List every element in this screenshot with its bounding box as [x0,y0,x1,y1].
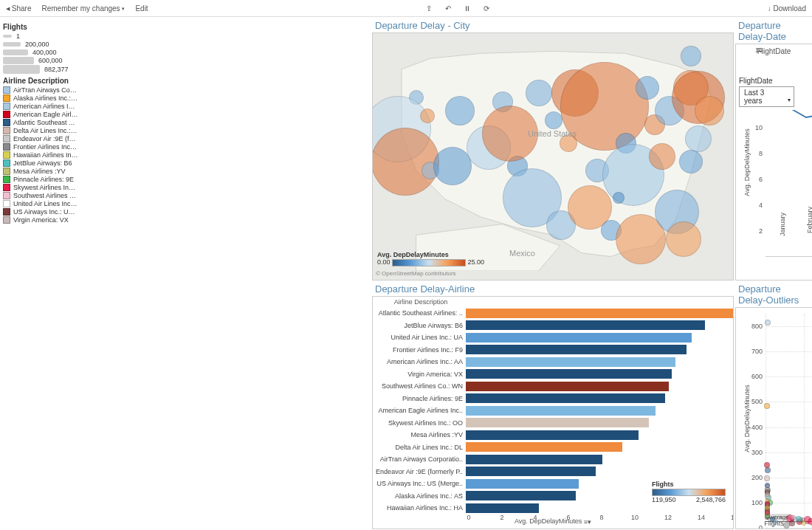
bar-row-label: US Airways Inc.: US (Merge.. [373,480,466,487]
legend-label: American Airlines Inc.: A.. [13,103,78,110]
scatter-dot[interactable] [764,475,770,481]
bar-rect [466,442,622,452]
airline-legend-item[interactable]: Pinnacle Airlines: 9E [3,176,369,183]
bar-row[interactable]: Atlantic Southeast Airlines: .. [373,307,734,319]
line-body[interactable]: FlightDate Avg. DepDelayMinutes 24681012… [735,44,812,281]
scatter-dot[interactable] [791,515,795,520]
size-legend-row: 400,000 [3,49,369,56]
map-bubble[interactable] [679,150,703,173]
map-bubble[interactable] [681,46,701,66]
scatter-y-tick: 0 [745,524,763,529]
legend-swatch [3,168,10,175]
bar-rect [466,503,539,513]
legend-label: Alaska Airlines Inc.: AS [13,94,78,102]
airline-legend-item[interactable]: American Airlines Inc.: A.. [3,103,369,110]
legend-swatch [3,94,10,102]
airline-legend-item[interactable]: American Eagle Airlines .. [3,111,369,118]
bar-row[interactable]: Delta Air Lines Inc.: DL [373,441,734,453]
edit-link[interactable]: Edit [135,4,148,13]
bar-row[interactable]: AirTran Airways Corporatio.. [373,453,734,465]
legend-swatch [3,151,10,159]
legend-swatch [3,184,10,191]
map-bubble[interactable] [433,147,472,185]
bar-rect [466,357,675,367]
scatter-dot[interactable] [765,505,770,510]
bar-rect [466,369,672,379]
scatter-dot[interactable] [765,320,771,326]
scatter-dot[interactable] [765,510,770,515]
map-attribution: © OpenStreetMap contributors [376,270,456,277]
legend-label: United Air Lines Inc.: UA [13,200,78,207]
map-bubble[interactable] [420,109,435,123]
bar-row[interactable]: American Airlines Inc.: AA [373,356,734,368]
scatter-x-label: Flights [764,520,784,527]
bar-row[interactable]: Pinnacle Airlines: 9E [373,393,734,405]
scatter-dot[interactable] [765,467,771,473]
bar-title: Departure Delay-Airline [372,282,734,296]
line-y-tick: 8 [751,150,763,157]
airline-legend-item[interactable]: Atlantic Southeast Airlin.. [3,119,369,126]
bar-panel: Departure Delay-Airline Airline Descript… [372,282,734,529]
legend-swatch [3,159,10,167]
airline-legend-item[interactable]: Delta Air Lines Inc.: DL [3,127,369,134]
airline-legend-item[interactable]: Southwest Airlines Co.: .. [3,192,369,199]
bar-row-label: Atlantic Southeast Airlines: .. [373,309,466,317]
pause-icon[interactable]: ⏸ [462,3,472,13]
undo-icon[interactable]: ↶ [443,3,453,13]
bar-row[interactable]: American Eagle Airlines Inc.. [373,405,734,416]
bar-row[interactable]: Skywest Airlines Inc.: OO [373,417,734,429]
bar-row-label: Virgin America: VX [373,371,466,378]
legend-swatch [3,208,10,216]
airline-legend-item[interactable]: United Air Lines Inc.: UA [3,200,369,207]
airline-legend-item[interactable]: Hawaiian Airlines Inc.: H.. [3,151,369,159]
airline-legend-item[interactable]: Frontier Airlines Inc.: F9 [3,143,369,151]
sort-desc-icon[interactable]: ≡▾ [584,518,591,526]
legend-swatch [3,103,10,110]
bar-body[interactable]: Airline Description Atlantic Southeast A… [372,296,734,529]
bar-x-tick: 8 [599,514,603,521]
airline-legend-item[interactable]: Virgin America: VX [3,216,369,224]
map-bubble[interactable] [695,96,724,125]
bar-row[interactable]: Mesa Airlines :YV [373,429,734,441]
legend-swatch [3,111,10,118]
bar-row[interactable]: Endeavor Air :9E (formerly P.. [373,466,734,478]
bar-row[interactable]: Frontier Airlines Inc.: F9 [373,344,734,356]
line-title: Departure Delay-Date [735,18,812,44]
share-link[interactable]: ◀ Share [6,4,31,13]
airline-legend-item[interactable]: AirTran Airways Corpora.. [3,86,369,94]
map-bubble[interactable] [685,125,712,152]
airline-legend-item[interactable]: JetBlue Airways: B6 [3,159,369,167]
export-icon[interactable]: ⇪ [424,3,434,13]
bar-row[interactable]: Virgin America: VX [373,368,734,380]
legend-label: American Eagle Airlines .. [13,111,78,118]
line-y-tick: 4 [751,202,763,209]
airline-legend-item[interactable]: US Airways Inc.: US (Me.. [3,208,369,216]
bar-x-tick: 16 [731,514,734,521]
bar-row-label: American Eagle Airlines Inc.. [373,407,466,414]
legend-label: Skywest Airlines Inc.: OO [13,184,78,191]
refresh-icon[interactable]: ⟳ [481,3,492,13]
map-bubble[interactable] [545,111,562,129]
airline-legend-item[interactable]: Endeavor Air :9E (forme.. [3,135,369,142]
legend-column: Flights 1200,000400,000600,000882,377 Ai… [1,18,371,529]
legend-label: Atlantic Southeast Airlin.. [13,119,78,126]
airlines-legend-title: Airline Description [3,77,369,85]
scatter-dot[interactable] [764,403,770,409]
download-link[interactable]: ↓ Download [768,4,806,13]
airline-legend-item[interactable]: Alaska Airlines Inc.: AS [3,94,369,102]
map-bubble[interactable] [445,96,475,125]
airline-legend-item[interactable]: Skywest Airlines Inc.: OO [3,184,369,191]
bar-row[interactable]: Southwest Airlines Co.: WN [373,380,734,392]
bar-row[interactable]: JetBlue Airways: B6 [373,320,734,331]
flightdate-select[interactable]: Last 3 years [739,86,794,107]
scatter-title: Departure Delay-Outliers [735,282,812,307]
remember-dropdown[interactable]: Remember my changes ▾ [41,4,125,13]
bar-row[interactable]: United Air Lines Inc.: UA [373,331,734,343]
legend-label: Pinnacle Airlines: 9E [13,176,74,183]
scatter-body[interactable]: Avg. DepDelayMinutes 0100200300400500600… [735,307,812,529]
airline-legend-item[interactable]: Mesa Airlines :YV [3,168,369,175]
map-body[interactable]: United States Mexico Avg. DepDelayMinute… [372,32,734,281]
bar-x-tick: 2 [500,514,503,521]
legend-label: Hawaiian Airlines Inc.: H.. [13,151,78,159]
map-bubble[interactable] [526,80,552,106]
